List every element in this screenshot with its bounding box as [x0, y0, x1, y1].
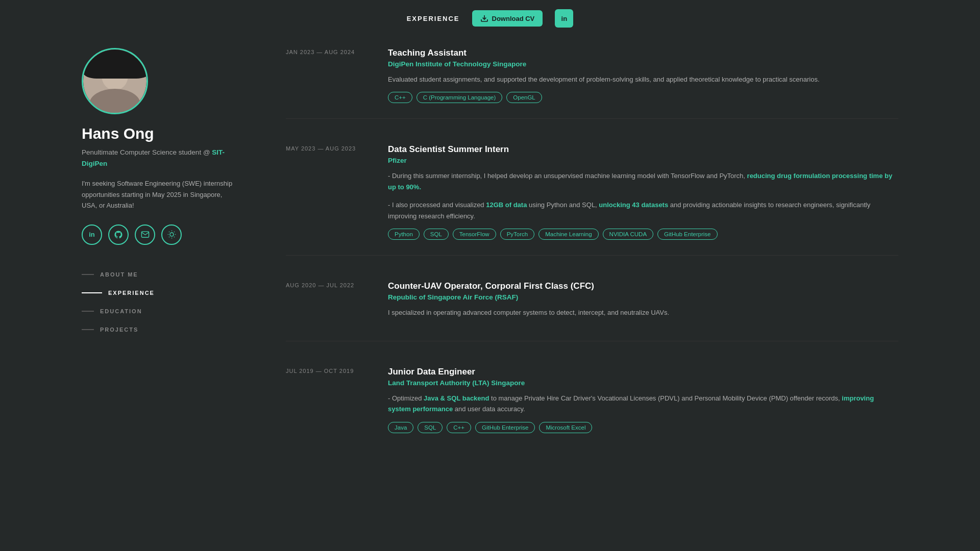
github-icon [114, 230, 123, 239]
highlight-4: Java & SQL backend [424, 394, 489, 402]
highlight-3: unlocking 43 datasets [599, 201, 668, 209]
experience-entry-2: MAY 2023 — AUG 2023 Data Scientist Summe… [286, 144, 898, 256]
entry-title-1: Teaching Assistant [388, 48, 898, 58]
theme-toggle-button[interactable] [161, 224, 182, 245]
nav-line [82, 274, 94, 275]
sidebar: Hans Ong Penultimate Computer Science st… [82, 48, 255, 551]
entry-date-1: JAN 2023 — AUG 2024 [286, 48, 368, 103]
tag-tensorflow: TensorFlow [453, 229, 496, 240]
entry-company-4: Land Transport Authority (LTA) Singapore [388, 379, 898, 387]
entry-company-2: Pfizer [388, 157, 898, 164]
svg-point-1 [169, 233, 173, 236]
sidebar-item-education[interactable]: EDUCATION [82, 302, 235, 320]
experience-entry-1: JAN 2023 — AUG 2024 Teaching Assistant D… [286, 48, 898, 119]
sidebar-item-label: EXPERIENCE [108, 290, 155, 296]
tag-pytorch: PyTorch [500, 229, 535, 240]
person-subtitle: Penultimate Computer Science student @ S… [82, 147, 235, 169]
tag-github-enterprise: GitHub Enterprise [657, 229, 717, 240]
entry-body-3: Counter-UAV Operator, Corporal First Cla… [388, 281, 898, 325]
sidebar-item-label: ABOUT ME [100, 271, 138, 278]
tag-cpp: C++ [388, 92, 412, 103]
top-navigation: EXPERIENCE Download CV in [0, 0, 980, 33]
content-area: JAN 2023 — AUG 2024 Teaching Assistant D… [255, 48, 898, 551]
entry-tags-2: Python SQL TensorFlow PyTorch Machine Le… [388, 229, 898, 240]
tag-sql-2: SQL [418, 422, 443, 433]
highlight-1: reducing drug formulation processing tim… [388, 172, 892, 190]
linkedin-icon: in [89, 231, 95, 238]
tag-nvidia-cuda: NVIDIA CUDA [603, 229, 654, 240]
tag-machine-learning: Machine Learning [538, 229, 598, 240]
avatar-image [83, 48, 146, 114]
entry-date-3: AUG 2020 — JUL 2022 [286, 281, 368, 325]
tag-cpp-2: C++ [447, 422, 471, 433]
tag-sql: SQL [424, 229, 449, 240]
entry-title-3: Counter-UAV Operator, Corporal First Cla… [388, 281, 898, 291]
entry-date-2: MAY 2023 — AUG 2023 [286, 144, 368, 240]
entry-body-2: Data Scientist Summer Intern Pfizer - Du… [388, 144, 898, 240]
entry-body-1: Teaching Assistant DigiPen Institute of … [388, 48, 898, 103]
download-cv-button[interactable]: Download CV [472, 10, 543, 27]
social-icons-group: in [82, 224, 235, 245]
email-icon [141, 230, 150, 239]
sidebar-item-label: PROJECTS [100, 327, 138, 333]
nav-experience-label: EXPERIENCE [407, 15, 460, 22]
nav-line [82, 311, 94, 312]
avatar [82, 48, 148, 114]
tag-opengl: OpenGL [506, 92, 542, 103]
tag-python: Python [388, 229, 420, 240]
sidebar-nav: ABOUT ME EXPERIENCE EDUCATION PROJECTS [82, 265, 235, 339]
svg-line-4 [168, 232, 169, 232]
linkedin-icon: in [561, 15, 568, 22]
svg-line-9 [174, 232, 175, 232]
tag-c-programming: C (Programming Language) [416, 92, 503, 103]
subtitle-link[interactable]: SIT-DigiPen [82, 148, 225, 167]
email-social-button[interactable] [135, 224, 155, 245]
entry-company-1: DigiPen Institute of Technology Singapor… [388, 60, 898, 68]
entry-description-3: I specialized in operating advanced comp… [388, 307, 898, 318]
tag-github-enterprise-2: GitHub Enterprise [475, 422, 535, 433]
sidebar-item-label: EDUCATION [100, 308, 142, 314]
entry-title-2: Data Scientist Summer Intern [388, 144, 898, 155]
svg-line-8 [168, 237, 169, 237]
tag-microsoft-excel: Microsoft Excel [539, 422, 592, 433]
nav-line-active [82, 292, 102, 293]
entry-description-1: Evaluated student assignments, and suppo… [388, 74, 898, 85]
entry-description-2b: - I also processed and visualized 12GB o… [388, 199, 898, 221]
entry-description-4: - Optimized Java & SQL backend to manage… [388, 393, 898, 415]
svg-line-5 [174, 237, 175, 237]
linkedin-nav-button[interactable]: in [555, 9, 573, 28]
linkedin-social-button[interactable]: in [82, 224, 102, 245]
entry-company-3: Republic of Singapore Air Force (RSAF) [388, 293, 898, 301]
main-layout: Hans Ong Penultimate Computer Science st… [0, 48, 980, 551]
tag-java: Java [388, 422, 413, 433]
entry-date-4: JUL 2019 — OCT 2019 [286, 367, 368, 433]
github-social-button[interactable] [108, 224, 129, 245]
entry-tags-4: Java SQL C++ GitHub Enterprise Microsoft… [388, 422, 898, 433]
sidebar-item-about-me[interactable]: ABOUT ME [82, 265, 235, 284]
nav-line [82, 329, 94, 330]
experience-entry-3: AUG 2020 — JUL 2022 Counter-UAV Operator… [286, 281, 898, 341]
sidebar-item-experience[interactable]: EXPERIENCE [82, 284, 235, 302]
download-icon [480, 14, 488, 22]
entry-body-4: Junior Data Engineer Land Transport Auth… [388, 367, 898, 433]
experience-entry-4: JUL 2019 — OCT 2019 Junior Data Engineer… [286, 367, 898, 448]
sidebar-item-projects[interactable]: PROJECTS [82, 320, 235, 339]
entry-title-4: Junior Data Engineer [388, 367, 898, 377]
person-bio: I'm seeking Software Engineering (SWE) i… [82, 178, 235, 211]
person-name: Hans Ong [82, 124, 235, 143]
entry-description-2a: - During this summer internship, I helpe… [388, 170, 898, 192]
entry-tags-1: C++ C (Programming Language) OpenGL [388, 92, 898, 103]
highlight-2: 12GB of data [486, 201, 527, 209]
sun-icon [167, 230, 176, 239]
